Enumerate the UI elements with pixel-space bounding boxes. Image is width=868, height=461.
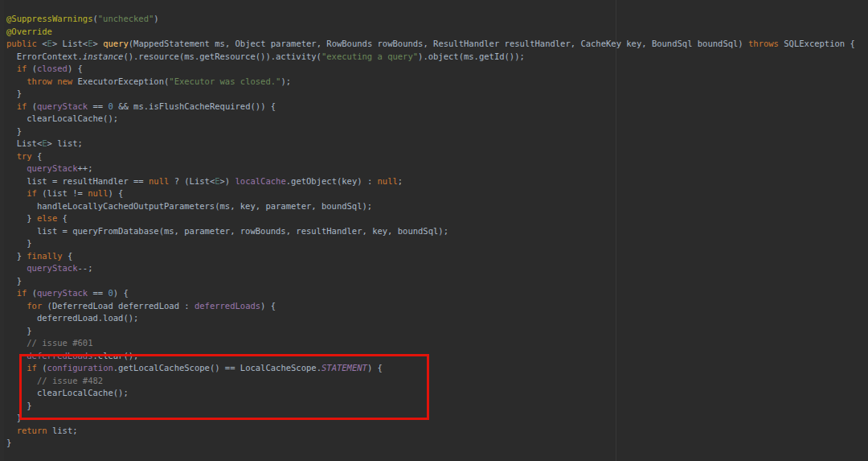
code-line[interactable]: if (list != null) {: [6, 187, 855, 200]
code-line[interactable]: list = resultHandler == null ? (List<E>)…: [6, 175, 855, 188]
code-line[interactable]: return list;: [6, 425, 855, 438]
code-line[interactable]: handleLocallyCachedOutputParameters(ms, …: [6, 200, 855, 213]
code-line[interactable]: List<E> list;: [6, 138, 855, 150]
code-line[interactable]: clearLocalCache();: [6, 113, 855, 126]
code-line[interactable]: throw new ExecutorException("Executor wa…: [6, 76, 855, 88]
code-line[interactable]: try {: [6, 150, 855, 163]
code-line[interactable]: }: [6, 437, 855, 450]
code-line[interactable]: clearLocalCache();: [6, 387, 855, 400]
code-line[interactable]: // issue #482: [6, 375, 855, 388]
code-line[interactable]: @Override: [6, 26, 855, 39]
code-line[interactable]: public <E> List<E> query(MappedStatement…: [6, 38, 855, 51]
code-line[interactable]: @SuppressWarnings("unchecked"): [6, 13, 855, 26]
code-line[interactable]: if (closed) {: [6, 63, 855, 76]
code-line[interactable]: queryStack--;: [6, 262, 855, 275]
code-line[interactable]: if (queryStack == 0) {: [6, 287, 855, 300]
code-line[interactable]: ErrorContext.instance().resource(ms.getR…: [6, 51, 855, 64]
code-line[interactable]: }: [6, 88, 855, 101]
code-line[interactable]: } else {: [6, 212, 855, 225]
code-line[interactable]: }: [6, 275, 855, 288]
code-line[interactable]: }: [6, 126, 855, 138]
code-line[interactable]: }: [6, 237, 855, 250]
code-line[interactable]: list = queryFromDatabase(ms, parameter, …: [6, 225, 855, 238]
code-line[interactable]: queryStack++;: [6, 163, 855, 175]
code-line[interactable]: }: [6, 400, 855, 413]
code-line[interactable]: }: [6, 325, 855, 338]
code-line[interactable]: deferredLoads.clear();: [6, 350, 855, 363]
code-line[interactable]: if (queryStack == 0 && ms.isFlushCacheRe…: [6, 101, 855, 113]
code-line[interactable]: // issue #601: [6, 337, 855, 350]
code-area[interactable]: @SuppressWarnings("unchecked")@Overridep…: [6, 13, 855, 450]
code-line[interactable]: if (configuration.getLocalCacheScope() =…: [6, 362, 855, 375]
code-line[interactable]: }: [6, 412, 855, 425]
code-line[interactable]: for (DeferredLoad deferredLoad : deferre…: [6, 300, 855, 313]
code-editor-window: @SuppressWarnings("unchecked")@Overridep…: [0, 0, 868, 461]
editor-left-gutter: [0, 0, 4, 461]
code-line[interactable]: deferredLoad.load();: [6, 312, 855, 325]
code-line[interactable]: } finally {: [6, 250, 855, 263]
